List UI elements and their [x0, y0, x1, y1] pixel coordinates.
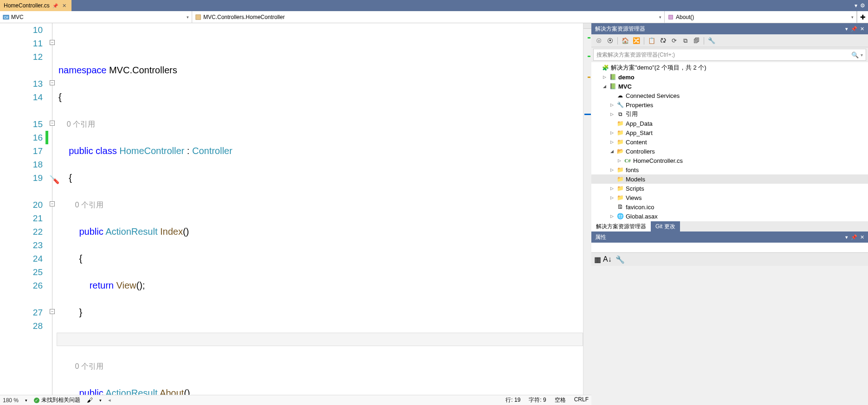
tab-solution-explorer[interactable]: 解决方案资源管理器: [591, 221, 651, 231]
pin-panel-icon[interactable]: 📌: [851, 234, 857, 240]
csproj-icon: 📗: [609, 73, 616, 81]
fold-toggle[interactable]: −: [50, 121, 55, 126]
tree-folder-models[interactable]: ▷📁Models: [591, 174, 868, 184]
panel-menu-icon[interactable]: ▾: [845, 26, 848, 32]
search-icon[interactable]: 🔍: [851, 51, 859, 58]
tree-folder-views[interactable]: ▷📁Views: [591, 193, 868, 202]
wrench-icon[interactable]: 🔧: [615, 255, 625, 264]
forward-icon[interactable]: ⦿: [605, 36, 615, 45]
csharp-file-icon: C#: [624, 157, 631, 164]
tree-project-demo[interactable]: ▷📗demo: [591, 72, 868, 82]
folder-icon: 📁: [616, 194, 624, 201]
home-icon[interactable]: 🏠: [621, 36, 630, 45]
class-icon: [195, 14, 201, 20]
tree-folder-fonts[interactable]: ▷📁fonts: [591, 165, 868, 174]
zoom-level[interactable]: 180 %: [3, 397, 19, 404]
status-line[interactable]: 行: 19: [505, 396, 520, 404]
categorized-icon[interactable]: ▦: [594, 255, 601, 264]
file-icon: 🌐: [616, 212, 624, 220]
split-editor-icon[interactable]: ✚: [857, 11, 868, 23]
tree-properties[interactable]: ▷🔧Properties: [591, 100, 868, 109]
tree-file-homecontroller[interactable]: ▷C#HomeController.cs: [591, 156, 868, 165]
folder-icon: 📁: [616, 185, 624, 192]
properties-title: 属性: [595, 233, 606, 241]
cursor-line[interactable]: [57, 333, 583, 346]
properties-grid[interactable]: [591, 266, 868, 405]
panel-menu-icon[interactable]: ▾: [845, 234, 848, 240]
tree-file-globalasax[interactable]: ▷🌐Global.asax: [591, 212, 868, 221]
nav-project-label: MVC: [11, 14, 24, 20]
tree-file-favicon[interactable]: ▷🖻favicon.ico: [591, 202, 868, 212]
zoom-dropdown-icon[interactable]: ▾: [25, 398, 27, 403]
search-dropdown-icon[interactable]: ▾: [861, 52, 863, 58]
tree-root[interactable]: ▷🧩解决方案"demo"(2 个项目，共 2 个): [591, 63, 868, 72]
back-icon[interactable]: ⦾: [594, 36, 603, 45]
tree-folder-appstart[interactable]: ▷📁App_Start: [591, 128, 868, 137]
chevron-down-icon: ▾: [851, 15, 854, 19]
properties-icon[interactable]: 🔧: [707, 36, 716, 45]
solution-explorer-search[interactable]: 搜索解决方案资源管理器(Ctrl+;) 🔍 ▾: [593, 49, 866, 61]
close-tab-icon[interactable]: ✕: [61, 3, 68, 9]
show-all-icon[interactable]: 🗐: [692, 36, 701, 45]
references-icon: ⧉: [616, 110, 624, 118]
issues-indicator[interactable]: ✓ 未找到相关问题: [34, 396, 80, 404]
close-panel-icon[interactable]: ✕: [860, 26, 864, 32]
overview-scrollbar[interactable]: [583, 23, 591, 395]
tree-folder-scripts[interactable]: ▷📁Scripts: [591, 184, 868, 193]
collapse-all-icon[interactable]: ⧉: [680, 36, 690, 45]
brush-icon[interactable]: 🖌: [87, 397, 93, 404]
tree-folder-appdata[interactable]: ▷📁App_Data: [591, 119, 868, 128]
folder-icon: 📁: [616, 166, 624, 174]
brush-dropdown-icon[interactable]: ▾: [99, 398, 102, 403]
filter-icon[interactable]: 📋: [647, 36, 656, 45]
nav-project-dropdown[interactable]: C# MVC ▾: [0, 11, 192, 23]
solution-explorer-toolbar: ⦾ ⦿ 🏠 🔀 📋 🗘 ⟳ ⧉ 🗐 🔧: [591, 34, 868, 47]
pin-panel-icon[interactable]: 📌: [851, 26, 857, 32]
fold-toggle[interactable]: −: [50, 40, 55, 45]
properties-title-bar[interactable]: 属性 ▾ 📌 ✕: [591, 231, 868, 243]
code-editor: 10 11 12 13 14 15 16 17 18 19🪛 20 21 22 …: [0, 23, 591, 405]
settings-gear-icon[interactable]: ⚙: [860, 2, 865, 9]
sync-icon[interactable]: 🗘: [658, 36, 667, 45]
status-crlf[interactable]: CRLF: [574, 396, 589, 404]
split-handle-icon[interactable]: [583, 23, 591, 29]
tab-row-actions: ▾ ⚙: [855, 0, 868, 11]
chevron-down-icon: ▾: [187, 15, 189, 19]
tree-folder-controllers[interactable]: ◢📂Controllers: [591, 147, 868, 156]
nav-method-label: About(): [676, 14, 694, 20]
editor-status-bar: 180 % ▾ ✓ 未找到相关问题 🖌 ▾ ◂ 行: 19 字符: 9 空格 C…: [0, 395, 591, 405]
status-spaces[interactable]: 空格: [555, 396, 566, 404]
solution-explorer-title-bar[interactable]: 解决方案资源管理器 ▾ 📌 ✕: [591, 23, 868, 34]
tree-references[interactable]: ▷⧉引用: [591, 109, 868, 119]
tab-overflow-icon[interactable]: ▾: [855, 2, 857, 9]
properties-toolbar: ▦ A↓ 🔧: [591, 253, 868, 266]
svg-rect-3: [669, 15, 673, 19]
folder-icon: 📁: [616, 175, 624, 183]
alphabetical-icon[interactable]: A↓: [603, 255, 612, 264]
fold-toggle[interactable]: −: [50, 201, 55, 206]
svg-rect-2: [196, 14, 201, 19]
pin-icon[interactable]: 📌: [52, 3, 58, 8]
code-navigation-bar: C# MVC ▾ MVC.Controllers.HomeController …: [0, 11, 868, 23]
status-col[interactable]: 字符: 9: [529, 396, 546, 404]
nav-method-dropdown[interactable]: About() ▾: [665, 11, 857, 23]
document-tab-row: HomeController.cs 📌 ✕ ▾ ⚙: [0, 0, 868, 11]
nav-class-label: MVC.Controllers.HomeController: [203, 14, 285, 20]
fold-toggle[interactable]: −: [50, 309, 55, 314]
tab-filename: HomeController.cs: [4, 2, 50, 9]
code-text-area[interactable]: namespace MVC.Controllers { 0 个引用 public…: [57, 23, 583, 395]
tree-project-mvc[interactable]: ◢📗MVC: [591, 82, 868, 91]
tree-folder-content[interactable]: ▷📁Content: [591, 137, 868, 147]
method-icon: [667, 14, 674, 20]
nav-class-dropdown[interactable]: MVC.Controllers.HomeController ▾: [192, 11, 665, 23]
line-number-gutter: 10 11 12 13 14 15 16 17 18 19🪛 20 21 22 …: [0, 23, 45, 395]
tab-git-changes[interactable]: Git 更改: [651, 221, 680, 231]
close-panel-icon[interactable]: ✕: [860, 234, 864, 240]
tree-connected-services[interactable]: ▷☁Connected Services: [591, 91, 868, 100]
refresh-icon[interactable]: ⟳: [669, 36, 679, 45]
solution-tree[interactable]: ▷🧩解决方案"demo"(2 个项目，共 2 个) ▷📗demo ◢📗MVC ▷…: [591, 62, 868, 221]
properties-object-selector[interactable]: [591, 243, 868, 253]
document-tab-active[interactable]: HomeController.cs 📌 ✕: [0, 0, 71, 11]
fold-toggle[interactable]: −: [50, 80, 55, 85]
switch-view-icon[interactable]: 🔀: [632, 36, 641, 45]
